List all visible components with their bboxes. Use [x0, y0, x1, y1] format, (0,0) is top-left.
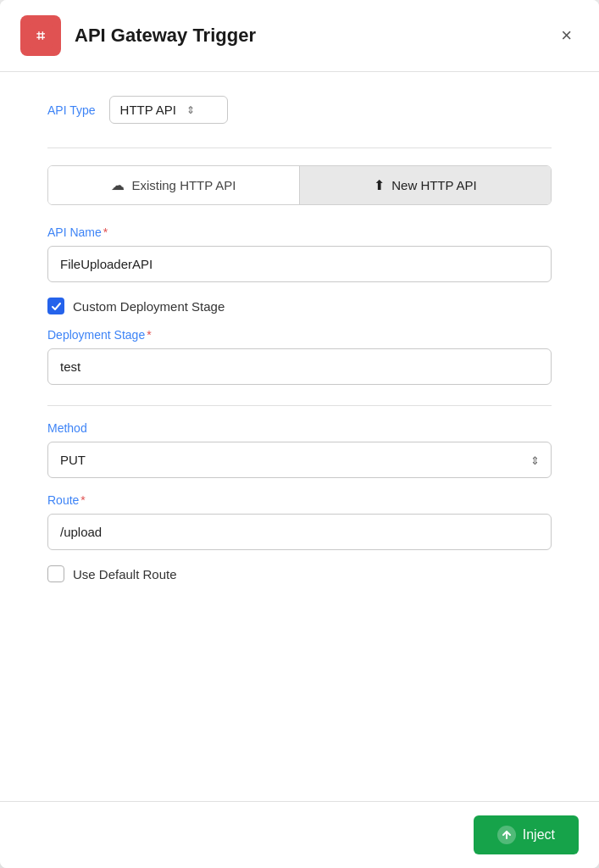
deployment-stage-label: Deployment Stage* — [47, 328, 552, 342]
tab-existing-http-api[interactable]: ☁ Existing HTTP API — [48, 166, 300, 204]
method-select-wrapper: PUT GET POST DELETE PATCH HEAD OPTIONS ⇕ — [47, 442, 552, 478]
use-default-route-checkbox[interactable] — [47, 565, 64, 582]
deployment-stage-group: Deployment Stage* — [47, 328, 552, 385]
route-input[interactable] — [47, 514, 552, 550]
method-select[interactable]: PUT GET POST DELETE PATCH HEAD OPTIONS — [47, 442, 552, 478]
method-group: Method PUT GET POST DELETE PATCH HEAD OP… — [47, 421, 552, 478]
modal-container: ⌗ API Gateway Trigger × API Type HTTP AP… — [0, 0, 599, 868]
api-name-label: API Name* — [47, 225, 552, 239]
use-default-route-label: Use Default Route — [73, 567, 177, 581]
upload-icon: ⬆ — [374, 177, 385, 193]
api-name-input[interactable] — [47, 246, 552, 282]
route-group: Route* — [47, 493, 552, 550]
deployment-stage-input[interactable] — [47, 348, 552, 385]
api-type-row: API Type HTTP API ⇕ — [47, 96, 552, 124]
divider-2 — [47, 405, 552, 406]
api-type-arrows: ⇕ — [186, 104, 195, 116]
custom-deployment-label: Custom Deployment Stage — [73, 299, 225, 314]
tab-existing-label: Existing HTTP API — [131, 178, 236, 192]
divider-1 — [47, 147, 552, 148]
modal-footer: Inject — [0, 801, 599, 868]
api-type-select[interactable]: HTTP API ⇕ — [109, 96, 228, 124]
modal-title: API Gateway Trigger — [75, 25, 554, 47]
api-type-label: API Type — [47, 103, 96, 117]
inject-icon — [497, 826, 516, 844]
inject-button[interactable]: Inject — [474, 815, 579, 854]
custom-deployment-checkbox[interactable] — [47, 298, 64, 314]
tab-new-http-api[interactable]: ⬆ New HTTP API — [300, 166, 551, 204]
cloud-icon: ☁ — [111, 177, 125, 193]
api-name-group: API Name* — [47, 225, 552, 282]
svg-text:⌗: ⌗ — [36, 28, 45, 44]
tab-new-label: New HTTP API — [391, 178, 477, 192]
modal-body: API Type HTTP API ⇕ ☁ Existing HTTP API … — [0, 72, 599, 801]
api-type-value: HTTP API — [120, 103, 176, 117]
close-button[interactable]: × — [554, 23, 579, 48]
route-label: Route* — [47, 493, 552, 507]
inject-label: Inject — [523, 827, 555, 843]
logo-icon: ⌗ — [20, 15, 61, 56]
method-label: Method — [47, 421, 552, 435]
tab-row: ☁ Existing HTTP API ⬆ New HTTP API — [47, 165, 552, 205]
custom-deployment-row: Custom Deployment Stage — [47, 298, 552, 314]
use-default-route-row: Use Default Route — [47, 565, 552, 582]
modal-header: ⌗ API Gateway Trigger × — [0, 0, 599, 72]
